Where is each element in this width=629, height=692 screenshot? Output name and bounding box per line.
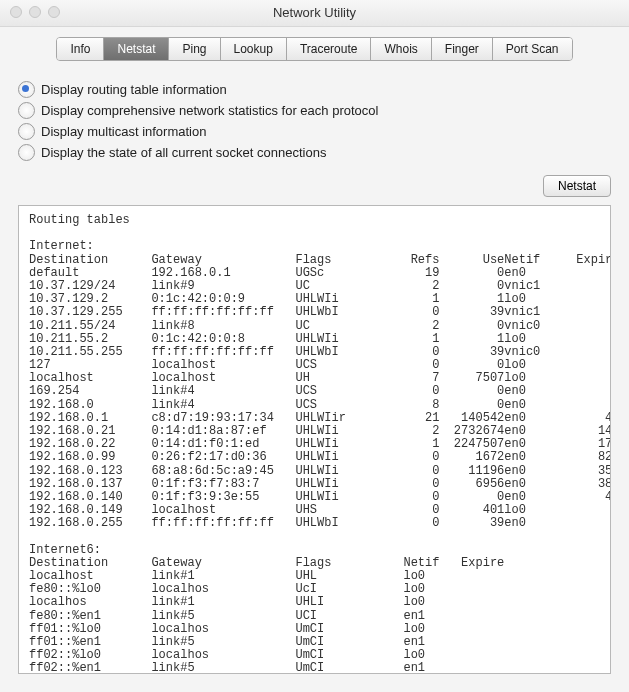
zoom-icon[interactable] (48, 6, 60, 18)
option-label: Display multicast information (41, 124, 206, 139)
tab-traceroute[interactable]: Traceroute (287, 38, 372, 60)
close-icon[interactable] (10, 6, 22, 18)
radio-icon[interactable] (18, 123, 35, 140)
option-label: Display the state of all current socket … (41, 145, 326, 160)
radio-icon[interactable] (18, 81, 35, 98)
tab-lookup[interactable]: Lookup (221, 38, 287, 60)
output-scroll[interactable]: Routing tables Internet: Destination Gat… (18, 205, 611, 674)
option-row-3[interactable]: Display the state of all current socket … (18, 144, 611, 161)
minimize-icon[interactable] (29, 6, 41, 18)
option-row-2[interactable]: Display multicast information (18, 123, 611, 140)
tab-info[interactable]: Info (57, 38, 104, 60)
tabbar-wrap: InfoNetstatPingLookupTracerouteWhoisFing… (0, 27, 629, 77)
option-label: Display comprehensive network statistics… (41, 103, 378, 118)
tab-netstat[interactable]: Netstat (104, 38, 169, 60)
tab-whois[interactable]: Whois (371, 38, 431, 60)
option-row-1[interactable]: Display comprehensive network statistics… (18, 102, 611, 119)
window-title: Network Utility (0, 0, 629, 26)
option-label: Display routing table information (41, 82, 227, 97)
tab-finger[interactable]: Finger (432, 38, 493, 60)
titlebar: Network Utility (0, 0, 629, 27)
options-group: Display routing table informationDisplay… (0, 77, 629, 171)
output-text: Routing tables Internet: Destination Gat… (19, 206, 610, 674)
radio-icon[interactable] (18, 144, 35, 161)
netstat-button[interactable]: Netstat (543, 175, 611, 197)
radio-icon[interactable] (18, 102, 35, 119)
tab-port-scan[interactable]: Port Scan (493, 38, 572, 60)
tabbar: InfoNetstatPingLookupTracerouteWhoisFing… (56, 37, 572, 61)
window: Network Utility InfoNetstatPingLookupTra… (0, 0, 629, 692)
option-row-0[interactable]: Display routing table information (18, 81, 611, 98)
traffic-lights (10, 6, 60, 18)
action-row: Netstat (0, 171, 629, 205)
tab-ping[interactable]: Ping (169, 38, 220, 60)
